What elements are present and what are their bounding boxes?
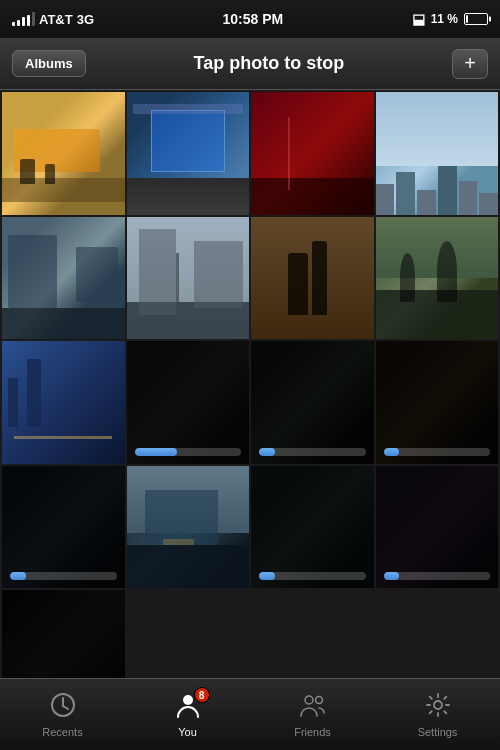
progress-bar-fill <box>10 572 26 580</box>
progress-bar-fill <box>259 448 275 456</box>
signal-bar-1 <box>12 22 15 26</box>
progress-bar-fill <box>259 572 275 580</box>
signal-bar-5 <box>32 12 35 26</box>
svg-point-6 <box>434 701 442 709</box>
clock-icon-wrap <box>49 691 77 723</box>
status-left: AT&T 3G <box>12 12 94 27</box>
dark-overlay <box>376 466 499 589</box>
progress-bar-fill <box>384 448 400 456</box>
progress-bar <box>384 448 491 456</box>
person-icon-wrap: 8 <box>174 691 202 723</box>
bluetooth-icon: ⬓ <box>412 11 425 27</box>
photo-cell[interactable] <box>2 466 125 589</box>
svg-point-3 <box>183 695 193 705</box>
albums-button[interactable]: Albums <box>12 50 86 77</box>
svg-line-2 <box>63 706 68 709</box>
photo-cell[interactable] <box>2 590 125 678</box>
carrier-label: AT&T <box>39 12 73 27</box>
photo-cell[interactable] <box>2 217 125 340</box>
tab-settings[interactable]: Settings <box>375 679 500 750</box>
photo-cell[interactable] <box>251 92 374 215</box>
svg-point-5 <box>315 697 322 704</box>
dark-overlay <box>2 590 125 678</box>
progress-bar <box>259 448 366 456</box>
battery-fill <box>466 15 468 23</box>
status-time: 10:58 PM <box>222 11 283 27</box>
tab-recents-label: Recents <box>42 726 82 738</box>
photo-grid-wrapper <box>0 90 500 678</box>
signal-bar-4 <box>27 15 30 26</box>
dark-overlay <box>376 341 499 464</box>
status-bar: AT&T 3G 10:58 PM ⬓ 11 % <box>0 0 500 38</box>
progress-bar <box>384 572 491 580</box>
signal-bar-3 <box>22 17 25 26</box>
dark-overlay <box>127 341 250 464</box>
progress-bar <box>10 572 117 580</box>
nav-title: Tap photo to stop <box>86 53 452 74</box>
progress-bar-fill <box>135 448 178 456</box>
people-icon-wrap <box>299 691 327 723</box>
network-label: 3G <box>77 12 94 27</box>
photo-cell[interactable] <box>376 217 499 340</box>
photo-cell[interactable] <box>127 217 250 340</box>
tab-settings-label: Settings <box>418 726 458 738</box>
signal-bar-2 <box>17 20 20 26</box>
photo-cell[interactable] <box>2 92 125 215</box>
people-icon <box>299 691 327 719</box>
nav-bar: Albums Tap photo to stop + <box>0 38 500 90</box>
photo-cell[interactable] <box>2 341 125 464</box>
photo-cell[interactable] <box>127 92 250 215</box>
progress-bar <box>259 572 366 580</box>
photo-grid <box>0 90 500 678</box>
progress-bar-fill <box>384 572 400 580</box>
battery-percent: 11 % <box>431 12 458 26</box>
signal-bars <box>12 12 35 26</box>
photo-cell[interactable] <box>376 341 499 464</box>
battery-icon <box>464 13 488 25</box>
dark-overlay <box>2 466 125 589</box>
gear-icon <box>424 691 452 719</box>
tab-friends-label: Friends <box>294 726 331 738</box>
photo-cell[interactable] <box>376 466 499 589</box>
status-right: ⬓ 11 % <box>412 11 488 27</box>
dark-overlay <box>251 341 374 464</box>
dark-overlay <box>251 466 374 589</box>
photo-cell[interactable] <box>251 217 374 340</box>
photo-cell[interactable] <box>251 341 374 464</box>
tab-you[interactable]: 8 You <box>125 679 250 750</box>
gear-icon-wrap <box>424 691 452 723</box>
clock-icon <box>49 691 77 719</box>
photo-cell[interactable] <box>251 466 374 589</box>
add-photo-button[interactable]: + <box>452 49 488 79</box>
svg-point-4 <box>305 696 313 704</box>
tab-recents[interactable]: Recents <box>0 679 125 750</box>
tab-bar: Recents 8 You Friends <box>0 678 500 750</box>
photo-cell[interactable] <box>376 92 499 215</box>
tab-friends[interactable]: Friends <box>250 679 375 750</box>
progress-bar <box>135 448 242 456</box>
you-badge: 8 <box>194 687 210 703</box>
photo-cell[interactable] <box>127 341 250 464</box>
tab-you-label: You <box>178 726 197 738</box>
photo-cell[interactable] <box>127 466 250 589</box>
